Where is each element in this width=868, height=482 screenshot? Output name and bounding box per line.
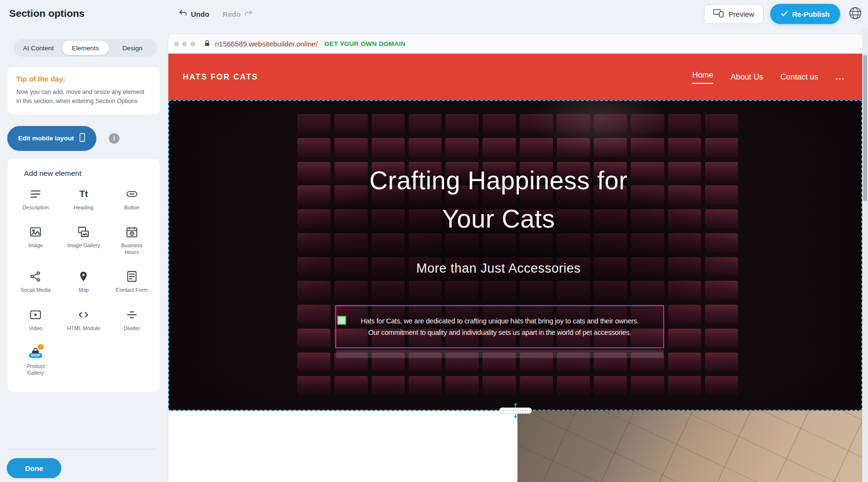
- description-icon: [29, 187, 42, 201]
- tab-design[interactable]: Design: [109, 41, 156, 55]
- hero-tile: [482, 114, 516, 133]
- element-divider[interactable]: Divider: [108, 308, 156, 332]
- element-label: Social Media: [21, 287, 51, 293]
- hero-tile: [705, 138, 738, 157]
- shop-badge-label: SHOP: [29, 353, 42, 358]
- site-url: n1566589.websitebuilder.online/: [215, 40, 317, 48]
- element-label: Map: [79, 287, 89, 293]
- republish-button[interactable]: Re-Publish: [770, 4, 840, 24]
- button-icon: [125, 187, 139, 201]
- element-description[interactable]: Description: [12, 187, 59, 211]
- nav-home[interactable]: Home: [692, 70, 713, 84]
- add-element-panel: Add new element Description Tt Heading B…: [8, 159, 160, 392]
- nav-about-us[interactable]: About Us: [730, 72, 763, 81]
- hero-tile: [557, 281, 590, 300]
- heading-icon: Tt: [77, 187, 90, 201]
- hero-tile: [446, 376, 479, 395]
- phone-icon: [79, 133, 85, 144]
- element-grid: Description Tt Heading Button Image: [12, 187, 156, 377]
- hero-tile: [482, 281, 516, 300]
- next-section-blank: [168, 411, 517, 482]
- element-html-module[interactable]: HTML Module: [59, 308, 107, 332]
- window-controls: [174, 42, 195, 46]
- hero-tile: [520, 138, 553, 157]
- business-hours-icon: [125, 225, 139, 239]
- sidebar-divider: [8, 449, 157, 449]
- hero-tile: [446, 281, 479, 300]
- info-icon[interactable]: i: [109, 133, 119, 144]
- element-ghost-placeholder: [336, 350, 664, 358]
- hero-tile: [482, 376, 516, 395]
- hero-tile: [446, 138, 479, 157]
- hero-tile: [705, 305, 738, 324]
- nav-more-button[interactable]: ...: [835, 72, 845, 81]
- html-module-icon: [77, 308, 90, 321]
- product-gallery-icon: SHOP ↑: [29, 346, 42, 359]
- tip-title: Tip of the day:: [16, 75, 151, 83]
- element-social-media[interactable]: Social Media: [12, 270, 59, 293]
- element-label: Description: [23, 204, 49, 211]
- window-dot: [190, 42, 195, 46]
- element-image[interactable]: Image: [12, 225, 59, 256]
- hero-tile: [668, 329, 701, 348]
- hero-tile: [631, 114, 664, 133]
- element-label: Contact Form: [116, 287, 148, 293]
- element-button[interactable]: Button: [108, 187, 156, 211]
- hero-tile: [668, 138, 701, 157]
- redo-button[interactable]: Redo: [223, 10, 253, 18]
- element-label: Button: [124, 204, 140, 211]
- hero-tile: [594, 138, 627, 157]
- preview-label: Preview: [728, 10, 754, 18]
- element-product-gallery[interactable]: SHOP ↑ Product Gallery: [12, 346, 59, 377]
- element-drag-handle[interactable]: [337, 316, 346, 325]
- upgrade-badge-icon: ↑: [37, 343, 45, 351]
- contact-form-icon: [125, 270, 139, 283]
- element-video[interactable]: Video: [12, 308, 59, 332]
- element-map[interactable]: Map: [59, 270, 107, 293]
- section-resize-handle[interactable]: [494, 402, 537, 419]
- hero-tile: [334, 114, 367, 133]
- hero-tile: [668, 114, 701, 133]
- edit-mobile-layout-button[interactable]: Edit mobile layout: [7, 126, 96, 151]
- language-globe-button[interactable]: [847, 6, 863, 22]
- hero-tile: [705, 353, 738, 372]
- page-scrollbar: [862, 28, 868, 482]
- element-label: Image Gallery: [67, 242, 100, 249]
- redo-label: Redo: [223, 10, 241, 18]
- social-media-icon: [29, 270, 42, 283]
- element-contact-form[interactable]: Contact Form: [108, 270, 156, 293]
- hero-subheading[interactable]: More than Just Accessories: [168, 261, 829, 276]
- get-domain-link[interactable]: GET YOUR OWN DOMAIN: [324, 40, 405, 47]
- tab-elements[interactable]: Elements: [62, 41, 109, 55]
- undo-button[interactable]: Undo: [178, 10, 209, 18]
- undo-redo-group: Undo Redo: [178, 0, 253, 28]
- element-business-hours[interactable]: Business Hours: [108, 225, 156, 256]
- hero-tile: [297, 353, 330, 372]
- element-label: Divider: [124, 325, 140, 332]
- hero-paragraph-line2: Our commitment to quality and individual…: [368, 327, 632, 338]
- video-icon: [29, 308, 42, 321]
- hero-heading[interactable]: Crafting Happiness for Your Cats: [168, 161, 829, 238]
- hero-tile: [409, 114, 442, 133]
- hero-tile: [631, 376, 664, 395]
- hero-tile: [668, 305, 701, 324]
- preview-button[interactable]: Preview: [704, 4, 763, 24]
- hero-tile: [297, 114, 330, 133]
- next-section[interactable]: [168, 411, 862, 482]
- site-logo[interactable]: HATS FOR CATS: [183, 72, 258, 81]
- image-gallery-icon: [77, 225, 90, 239]
- sidebar-tabs: AI Content Elements Design: [13, 39, 157, 57]
- hero-paragraph-element[interactable]: Hats for Cats, we are dedicated to craft…: [335, 305, 664, 348]
- undo-icon: [178, 10, 188, 18]
- scrollbar-thumb[interactable]: [863, 55, 867, 201]
- hero-heading-line2: Your Cats: [168, 200, 829, 238]
- nav-contact-us[interactable]: Contact us: [780, 72, 818, 81]
- sidebar: AI Content Elements Design Tip of the da…: [0, 28, 167, 482]
- done-button[interactable]: Done: [7, 458, 61, 478]
- hero-section[interactable]: Crafting Happiness for Your Cats More th…: [168, 100, 862, 411]
- element-image-gallery[interactable]: Image Gallery: [59, 225, 107, 256]
- element-heading[interactable]: Tt Heading: [59, 187, 107, 211]
- tab-ai-content[interactable]: AI Content: [15, 41, 62, 55]
- site-header[interactable]: HATS FOR CATS Home About Us Contact us .…: [168, 54, 862, 100]
- hero-tile: [557, 138, 590, 157]
